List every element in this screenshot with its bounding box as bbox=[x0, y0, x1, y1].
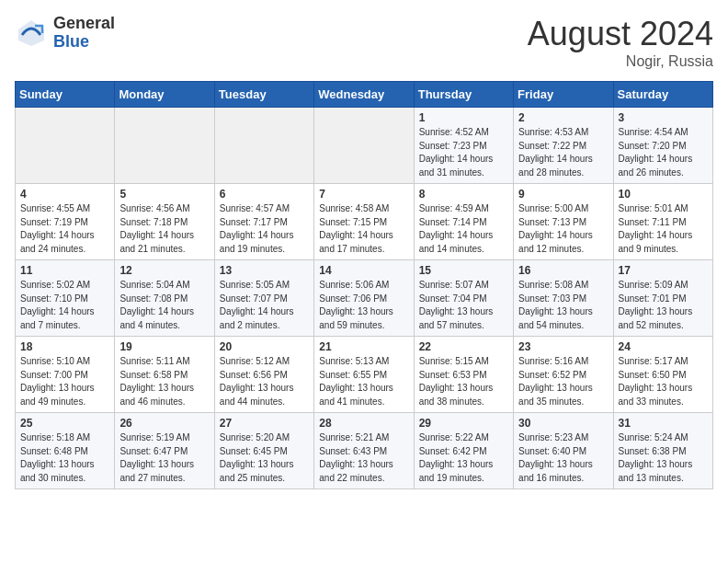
calendar-cell: 18Sunrise: 5:10 AM Sunset: 7:00 PM Dayli… bbox=[16, 337, 115, 413]
day-number: 14 bbox=[319, 264, 408, 277]
logo: General Blue bbox=[15, 15, 115, 52]
calendar-cell: 23Sunrise: 5:16 AM Sunset: 6:52 PM Dayli… bbox=[514, 337, 613, 413]
calendar-cell: 16Sunrise: 5:08 AM Sunset: 7:03 PM Dayli… bbox=[514, 260, 613, 337]
day-info: Sunrise: 4:58 AM Sunset: 7:15 PM Dayligh… bbox=[319, 202, 408, 256]
calendar-cell: 25Sunrise: 5:18 AM Sunset: 6:48 PM Dayli… bbox=[16, 413, 115, 489]
day-info: Sunrise: 5:06 AM Sunset: 7:06 PM Dayligh… bbox=[319, 279, 408, 332]
day-number: 9 bbox=[518, 188, 608, 201]
calendar-table: SundayMondayTuesdayWednesdayThursdayFrid… bbox=[15, 81, 713, 489]
day-number: 2 bbox=[518, 111, 608, 124]
calendar-header-row: SundayMondayTuesdayWednesdayThursdayFrid… bbox=[16, 82, 713, 108]
day-info: Sunrise: 4:54 AM Sunset: 7:20 PM Dayligh… bbox=[619, 126, 708, 179]
day-info: Sunrise: 5:10 AM Sunset: 7:00 PM Dayligh… bbox=[20, 355, 109, 408]
logo-blue-text: Blue bbox=[53, 33, 115, 52]
logo-text: General Blue bbox=[53, 15, 115, 52]
day-number: 28 bbox=[319, 417, 408, 430]
day-info: Sunrise: 5:23 AM Sunset: 6:40 PM Dayligh… bbox=[518, 431, 608, 485]
day-info: Sunrise: 5:19 AM Sunset: 6:47 PM Dayligh… bbox=[119, 431, 209, 485]
day-info: Sunrise: 4:52 AM Sunset: 7:23 PM Dayligh… bbox=[419, 126, 508, 179]
day-number: 20 bbox=[220, 340, 309, 353]
calendar-cell bbox=[314, 108, 414, 184]
col-header-wednesday: Wednesday bbox=[314, 82, 414, 108]
calendar-cell: 15Sunrise: 5:07 AM Sunset: 7:04 PM Dayli… bbox=[414, 260, 513, 337]
day-number: 23 bbox=[518, 340, 608, 353]
day-info: Sunrise: 5:22 AM Sunset: 6:42 PM Dayligh… bbox=[419, 431, 508, 485]
day-number: 5 bbox=[119, 188, 209, 201]
calendar-cell: 30Sunrise: 5:23 AM Sunset: 6:40 PM Dayli… bbox=[514, 413, 613, 489]
day-number: 19 bbox=[119, 340, 209, 353]
page-header: General Blue August 2024 Nogir, Russia bbox=[15, 15, 713, 70]
day-info: Sunrise: 4:56 AM Sunset: 7:18 PM Dayligh… bbox=[119, 202, 209, 256]
calendar-cell: 4Sunrise: 4:55 AM Sunset: 7:19 PM Daylig… bbox=[16, 184, 115, 260]
calendar-cell: 28Sunrise: 5:21 AM Sunset: 6:43 PM Dayli… bbox=[314, 413, 414, 489]
day-info: Sunrise: 4:55 AM Sunset: 7:19 PM Dayligh… bbox=[20, 202, 109, 256]
calendar-cell: 7Sunrise: 4:58 AM Sunset: 7:15 PM Daylig… bbox=[314, 184, 414, 260]
day-number: 12 bbox=[119, 264, 209, 277]
calendar-cell: 6Sunrise: 4:57 AM Sunset: 7:17 PM Daylig… bbox=[214, 184, 313, 260]
calendar-week-row: 25Sunrise: 5:18 AM Sunset: 6:48 PM Dayli… bbox=[16, 413, 713, 489]
day-info: Sunrise: 4:57 AM Sunset: 7:17 PM Dayligh… bbox=[220, 202, 309, 256]
day-info: Sunrise: 5:00 AM Sunset: 7:13 PM Dayligh… bbox=[518, 202, 608, 256]
day-number: 25 bbox=[20, 417, 109, 430]
calendar-cell: 9Sunrise: 5:00 AM Sunset: 7:13 PM Daylig… bbox=[514, 184, 613, 260]
day-number: 6 bbox=[220, 188, 309, 201]
day-info: Sunrise: 5:13 AM Sunset: 6:55 PM Dayligh… bbox=[319, 355, 408, 408]
calendar-cell bbox=[16, 108, 115, 184]
day-number: 29 bbox=[419, 417, 508, 430]
day-number: 1 bbox=[419, 111, 508, 124]
day-number: 22 bbox=[419, 340, 508, 353]
col-header-thursday: Thursday bbox=[414, 82, 513, 108]
col-header-saturday: Saturday bbox=[613, 82, 712, 108]
calendar-cell: 17Sunrise: 5:09 AM Sunset: 7:01 PM Dayli… bbox=[613, 260, 712, 337]
day-number: 4 bbox=[20, 188, 109, 201]
day-info: Sunrise: 4:53 AM Sunset: 7:22 PM Dayligh… bbox=[518, 126, 608, 179]
day-number: 17 bbox=[619, 264, 708, 277]
logo-icon bbox=[15, 17, 48, 50]
calendar-cell: 5Sunrise: 4:56 AM Sunset: 7:18 PM Daylig… bbox=[115, 184, 214, 260]
calendar-cell: 11Sunrise: 5:02 AM Sunset: 7:10 PM Dayli… bbox=[16, 260, 115, 337]
calendar-week-row: 11Sunrise: 5:02 AM Sunset: 7:10 PM Dayli… bbox=[16, 260, 713, 337]
calendar-cell: 1Sunrise: 4:52 AM Sunset: 7:23 PM Daylig… bbox=[414, 108, 513, 184]
day-number: 27 bbox=[220, 417, 309, 430]
day-number: 11 bbox=[20, 264, 109, 277]
calendar-cell: 22Sunrise: 5:15 AM Sunset: 6:53 PM Dayli… bbox=[414, 337, 513, 413]
calendar-cell: 29Sunrise: 5:22 AM Sunset: 6:42 PM Dayli… bbox=[414, 413, 513, 489]
col-header-monday: Monday bbox=[115, 82, 214, 108]
calendar-cell: 8Sunrise: 4:59 AM Sunset: 7:14 PM Daylig… bbox=[414, 184, 513, 260]
day-number: 26 bbox=[119, 417, 209, 430]
calendar-cell: 10Sunrise: 5:01 AM Sunset: 7:11 PM Dayli… bbox=[613, 184, 712, 260]
calendar-cell: 20Sunrise: 5:12 AM Sunset: 6:56 PM Dayli… bbox=[214, 337, 313, 413]
col-header-friday: Friday bbox=[514, 82, 613, 108]
calendar-cell: 21Sunrise: 5:13 AM Sunset: 6:55 PM Dayli… bbox=[314, 337, 414, 413]
day-info: Sunrise: 5:01 AM Sunset: 7:11 PM Dayligh… bbox=[619, 202, 708, 256]
day-info: Sunrise: 4:59 AM Sunset: 7:14 PM Dayligh… bbox=[419, 202, 508, 256]
day-number: 3 bbox=[619, 111, 708, 124]
day-info: Sunrise: 5:16 AM Sunset: 6:52 PM Dayligh… bbox=[518, 355, 608, 408]
day-number: 7 bbox=[319, 188, 408, 201]
day-info: Sunrise: 5:21 AM Sunset: 6:43 PM Dayligh… bbox=[319, 431, 408, 485]
calendar-cell bbox=[115, 108, 214, 184]
calendar-cell: 14Sunrise: 5:06 AM Sunset: 7:06 PM Dayli… bbox=[314, 260, 414, 337]
day-info: Sunrise: 5:04 AM Sunset: 7:08 PM Dayligh… bbox=[119, 279, 209, 332]
day-number: 31 bbox=[619, 417, 708, 430]
day-info: Sunrise: 5:07 AM Sunset: 7:04 PM Dayligh… bbox=[419, 279, 508, 332]
calendar-week-row: 1Sunrise: 4:52 AM Sunset: 7:23 PM Daylig… bbox=[16, 108, 713, 184]
day-info: Sunrise: 5:17 AM Sunset: 6:50 PM Dayligh… bbox=[619, 355, 708, 408]
calendar-cell: 31Sunrise: 5:24 AM Sunset: 6:38 PM Dayli… bbox=[613, 413, 712, 489]
day-number: 13 bbox=[220, 264, 309, 277]
calendar-cell: 19Sunrise: 5:11 AM Sunset: 6:58 PM Dayli… bbox=[115, 337, 214, 413]
day-number: 24 bbox=[619, 340, 708, 353]
calendar-week-row: 18Sunrise: 5:10 AM Sunset: 7:00 PM Dayli… bbox=[16, 337, 713, 413]
title-block: August 2024 Nogir, Russia bbox=[528, 15, 713, 70]
calendar-cell: 3Sunrise: 4:54 AM Sunset: 7:20 PM Daylig… bbox=[613, 108, 712, 184]
calendar-cell: 26Sunrise: 5:19 AM Sunset: 6:47 PM Dayli… bbox=[115, 413, 214, 489]
day-number: 10 bbox=[619, 188, 708, 201]
col-header-sunday: Sunday bbox=[16, 82, 115, 108]
calendar-cell: 13Sunrise: 5:05 AM Sunset: 7:07 PM Dayli… bbox=[214, 260, 313, 337]
day-info: Sunrise: 5:11 AM Sunset: 6:58 PM Dayligh… bbox=[119, 355, 209, 408]
day-info: Sunrise: 5:24 AM Sunset: 6:38 PM Dayligh… bbox=[619, 431, 708, 485]
location-subtitle: Nogir, Russia bbox=[528, 53, 713, 70]
month-year-title: August 2024 bbox=[528, 15, 713, 53]
day-info: Sunrise: 5:05 AM Sunset: 7:07 PM Dayligh… bbox=[220, 279, 309, 332]
day-info: Sunrise: 5:15 AM Sunset: 6:53 PM Dayligh… bbox=[419, 355, 508, 408]
